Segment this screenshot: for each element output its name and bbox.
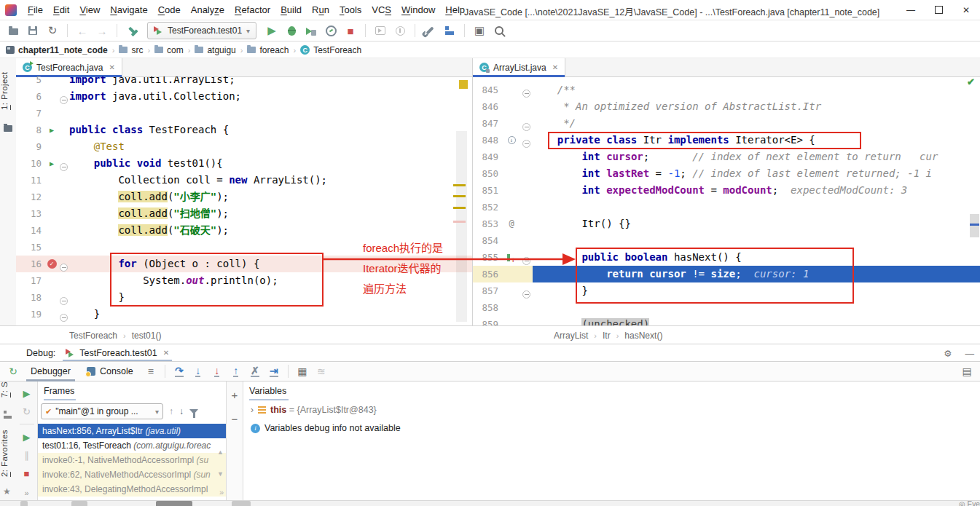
- code-line-13[interactable]: 13 coll.add("扫地僧");: [16, 205, 472, 222]
- code-line-5[interactable]: 5import java.util.ArrayList;: [16, 76, 472, 88]
- breadcrumb-label[interactable]: Itr: [603, 331, 611, 341]
- resume-icon[interactable]: ▶: [21, 431, 33, 443]
- fold-icon[interactable]: [522, 90, 530, 98]
- close-icon[interactable]: ✕: [952, 0, 980, 20]
- menu-window[interactable]: Window: [396, 4, 440, 15]
- rerun-failed-icon[interactable]: ▶: [21, 387, 33, 399]
- run-config-select[interactable]: TestForeach.test01 ▾: [147, 22, 256, 39]
- code-line-859[interactable]: 859 (unchecked): [473, 316, 980, 325]
- code-line-12[interactable]: 12 coll.add("小李广");: [16, 189, 472, 205]
- warning-stripe-mark[interactable]: [453, 195, 466, 197]
- profiler-icon[interactable]: [322, 23, 340, 39]
- code-line-853[interactable]: 853@ Itr() {}: [473, 216, 980, 232]
- step-out-icon[interactable]: ↑: [227, 363, 245, 379]
- close-tab-icon[interactable]: ✕: [109, 63, 114, 71]
- inspections-ok-icon[interactable]: ✔: [967, 76, 975, 87]
- code-line-854[interactable]: 854: [473, 232, 980, 249]
- stop-icon[interactable]: ■: [342, 23, 359, 39]
- expander-icon[interactable]: ›: [251, 405, 254, 415]
- scrollbar-thumb[interactable]: [970, 214, 979, 237]
- menu-navigate[interactable]: Navigate: [105, 4, 152, 15]
- search-icon[interactable]: [490, 23, 508, 39]
- more-icon[interactable]: »: [21, 487, 33, 499]
- fold-icon[interactable]: [522, 290, 530, 299]
- override-icon[interactable]: ↓: [508, 136, 516, 144]
- breadcrumb-left-editor[interactable]: TestForeach›test01(): [69, 326, 161, 344]
- stack-frame[interactable]: invoke:43, DelegatingMethodAccessorImpl: [38, 482, 226, 497]
- code-line-849[interactable]: 849 int cursor; // index of next element…: [473, 149, 980, 165]
- frame-down-icon[interactable]: ↓: [179, 406, 184, 416]
- code-line-850[interactable]: 850 int lastRet = -1; // index of last e…: [473, 165, 980, 182]
- save-icon[interactable]: [24, 23, 42, 39]
- code-line-8[interactable]: 8▶public class TestForeach {: [16, 122, 472, 138]
- scroll-up-icon[interactable]: ▲: [217, 448, 224, 456]
- project-structure-icon[interactable]: [441, 23, 458, 39]
- event-log-button[interactable]: ◎ Event Lo: [959, 501, 980, 506]
- warning-stripe-mark[interactable]: [453, 184, 466, 186]
- layout-menu-icon[interactable]: ≡: [142, 363, 160, 379]
- run-method-icon[interactable]: ▶: [50, 122, 54, 138]
- restore-layout-icon[interactable]: ▤: [958, 363, 976, 379]
- toolwindow-icon[interactable]: ▣: [471, 23, 488, 39]
- code-line-845[interactable]: 845 /**: [473, 82, 980, 98]
- code-line-11[interactable]: 11 Collection coll = new ArrayList();: [16, 172, 472, 189]
- code-line-9[interactable]: 9 @Test: [16, 138, 472, 155]
- code-line-7[interactable]: 7: [16, 105, 472, 122]
- code-line-19[interactable]: 19 }: [16, 306, 472, 323]
- warning-stripe-square[interactable]: [459, 80, 468, 89]
- tab-debugger[interactable]: Debugger: [23, 362, 78, 382]
- warning-stripe-mark[interactable]: [453, 207, 466, 209]
- settings-wrench-icon[interactable]: [421, 23, 439, 39]
- build-hammer-icon[interactable]: [123, 23, 141, 39]
- menu-code[interactable]: Code: [153, 4, 186, 15]
- tab-testforeach-java[interactable]: C TestForeach.java ✕: [16, 58, 122, 76]
- breadcrumb-item-com[interactable]: com: [154, 45, 184, 55]
- stack-frame[interactable]: test01:16, TestForeach (com.atguigu.fore…: [38, 438, 226, 453]
- breadcrumb-item-chapter11_note_code[interactable]: chapter11_note_code: [6, 45, 108, 55]
- close-session-icon[interactable]: ✕: [163, 349, 169, 357]
- menu-tools[interactable]: Tools: [334, 4, 366, 15]
- menu-refactor[interactable]: Refactor: [230, 4, 275, 15]
- thread-selector[interactable]: ✔ "main"@1 in group ... ▾: [41, 403, 163, 419]
- fold-icon[interactable]: [522, 123, 530, 131]
- frames-list[interactable]: hasNext:856, ArrayList$Itr (java.util)te…: [38, 424, 226, 500]
- breadcrumb-label[interactable]: test01(): [132, 331, 162, 341]
- fold-icon[interactable]: [60, 163, 68, 171]
- menu-edit[interactable]: Edit: [48, 4, 74, 15]
- scrollbar-thumb[interactable]: [456, 131, 467, 322]
- forward-icon[interactable]: →: [93, 23, 111, 39]
- breakpoint-stripe-mark[interactable]: [453, 221, 466, 223]
- run-method-icon[interactable]: ▶: [50, 155, 54, 172]
- menu-view[interactable]: View: [74, 4, 105, 15]
- breadcrumb-label[interactable]: hasNext(): [624, 331, 662, 341]
- evaluate-expression-icon[interactable]: ▦: [294, 363, 311, 379]
- restore-icon[interactable]: [925, 0, 952, 20]
- menu-vcs[interactable]: VCS: [366, 4, 396, 15]
- settings-gear-icon[interactable]: ⚙: [944, 348, 952, 359]
- stack-frame[interactable]: invoke:62, NativeMethodAccessorImpl (sun: [38, 467, 226, 482]
- fold-icon[interactable]: [60, 314, 68, 322]
- fold-icon[interactable]: [60, 96, 68, 104]
- hide-panel-icon[interactable]: —: [965, 349, 975, 359]
- back-icon[interactable]: ←: [74, 23, 91, 39]
- code-line-847[interactable]: 847 */: [473, 115, 980, 132]
- tab-console[interactable]: Console: [79, 362, 141, 382]
- rerun-icon[interactable]: ↻: [4, 363, 22, 379]
- variable-this-row[interactable]: › this = {ArrayList$Itr@843}: [243, 400, 980, 419]
- debug-icon[interactable]: [283, 23, 300, 39]
- frame-up-icon[interactable]: ↑: [169, 406, 173, 416]
- open-icon[interactable]: [4, 23, 22, 39]
- fold-icon[interactable]: [522, 140, 530, 148]
- remove-watch-icon[interactable]: −: [232, 413, 238, 425]
- breadcrumb-item-atguigu[interactable]: atguigu: [195, 45, 235, 55]
- tab-arraylist-java[interactable]: C ArrayList.java ✕: [473, 58, 565, 76]
- run-to-cursor-icon[interactable]: ⇥: [265, 363, 283, 379]
- add-watch-icon[interactable]: +: [232, 389, 238, 401]
- breadcrumb-item-foreach[interactable]: foreach: [247, 45, 289, 55]
- breadcrumb-item-src[interactable]: src: [119, 45, 143, 55]
- fold-icon[interactable]: [60, 264, 68, 272]
- minimize-icon[interactable]: —: [897, 0, 925, 20]
- close-tab-icon[interactable]: ✕: [552, 63, 558, 71]
- debug-session-tab[interactable]: TestForeach.test01 ✕: [63, 344, 172, 361]
- code-line-14[interactable]: 14 coll.add("石破天");: [16, 222, 472, 239]
